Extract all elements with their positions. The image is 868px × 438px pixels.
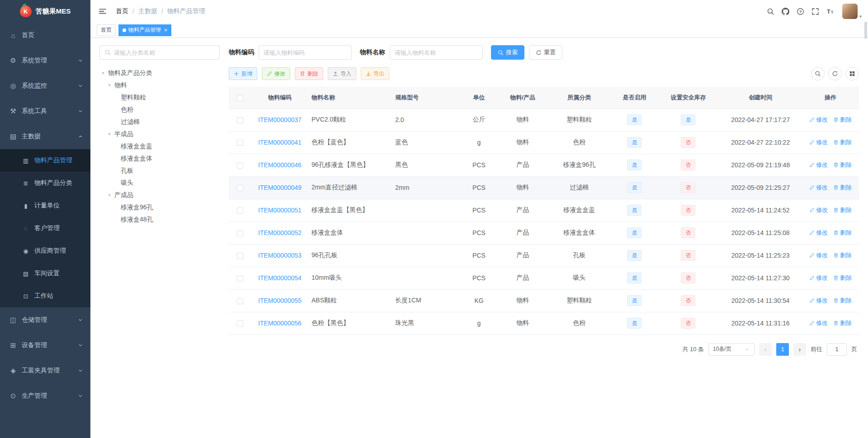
row-checkbox[interactable] xyxy=(237,140,243,146)
import-button[interactable]: 导入 xyxy=(328,67,356,80)
sidebar-item-fixture[interactable]: ◈工装夹具管理 xyxy=(0,358,90,383)
row-edit-link[interactable]: 修改 xyxy=(809,206,828,214)
row-checkbox[interactable] xyxy=(237,162,243,169)
delete-button[interactable]: 删除 xyxy=(295,67,323,80)
close-icon[interactable]: × xyxy=(164,28,167,33)
tree-node[interactable]: 过滤棉 xyxy=(99,116,220,128)
sidebar-item-equipment[interactable]: ⊞设备管理 xyxy=(0,333,90,358)
tree-node[interactable]: ▾物料 xyxy=(99,79,220,91)
row-checkbox[interactable] xyxy=(237,185,243,191)
row-delete-link[interactable]: 删除 xyxy=(833,116,852,124)
sidebar-item-production[interactable]: ⊙生产管理 xyxy=(0,383,90,409)
row-checkbox[interactable] xyxy=(237,298,243,304)
sidebar-item-master[interactable]: ▤主数据 xyxy=(0,124,90,149)
material-name-input[interactable] xyxy=(395,49,478,56)
sidebar-item-warehouse[interactable]: ◫仓储管理 xyxy=(0,307,90,333)
row-delete-link[interactable]: 删除 xyxy=(833,319,852,327)
breadcrumb-item[interactable]: 首页 xyxy=(116,7,128,15)
row-checkbox[interactable] xyxy=(237,253,243,259)
row-delete-link[interactable]: 删除 xyxy=(833,229,852,237)
material-code-input[interactable] xyxy=(264,49,347,56)
category-search-input[interactable] xyxy=(114,49,215,56)
tree-node[interactable]: 塑料颗粒 xyxy=(99,91,220,104)
row-edit-link[interactable]: 修改 xyxy=(809,319,828,327)
next-page-button[interactable]: › xyxy=(793,343,806,356)
row-edit-link[interactable]: 修改 xyxy=(809,251,828,259)
material-code-link[interactable]: ITEM00000051 xyxy=(258,207,302,214)
material-code-link[interactable]: ITEM00000056 xyxy=(258,320,302,327)
reset-button[interactable]: 重置 xyxy=(529,45,562,60)
help-icon[interactable]: ? xyxy=(797,8,804,15)
sidebar-item-system[interactable]: ⚙系统管理 xyxy=(0,48,90,73)
edit-button[interactable]: 修改 xyxy=(262,67,290,80)
row-delete-link[interactable]: 删除 xyxy=(833,161,852,169)
tree-node[interactable]: 移液盒盒盖 xyxy=(99,140,220,152)
breadcrumb-item[interactable]: 主数据 xyxy=(138,7,157,15)
app-logo[interactable]: K 苦糖果MES xyxy=(0,0,90,23)
select-all-checkbox[interactable] xyxy=(237,95,243,101)
page-1-button[interactable]: 1 xyxy=(776,343,789,356)
row-edit-link[interactable]: 修改 xyxy=(809,184,828,192)
search-button[interactable]: 搜索 xyxy=(491,45,524,60)
tree-node[interactable]: 吸头 xyxy=(99,177,220,189)
row-checkbox[interactable] xyxy=(237,207,243,214)
material-code-link[interactable]: ITEM00000052 xyxy=(258,229,302,236)
row-delete-link[interactable]: 删除 xyxy=(833,297,852,305)
sidebar-item-customer[interactable]: ◌客户管理 xyxy=(0,217,90,240)
tree-node[interactable]: 移液盒盒体 xyxy=(99,152,220,165)
material-code-link[interactable]: ITEM00000041 xyxy=(258,139,302,146)
row-delete-link[interactable]: 删除 xyxy=(833,251,852,259)
sidebar-item-tools[interactable]: ⚒系统工具 xyxy=(0,99,90,124)
sidebar-item-material-manage[interactable]: ▥物料产品管理 xyxy=(0,149,90,172)
row-checkbox[interactable] xyxy=(237,230,243,236)
material-code-link[interactable]: ITEM00000053 xyxy=(258,252,302,259)
row-checkbox[interactable] xyxy=(237,117,243,123)
prev-page-button[interactable]: ‹ xyxy=(759,343,772,356)
material-code-link[interactable]: ITEM00000054 xyxy=(258,274,302,282)
font-size-icon[interactable]: TT xyxy=(826,8,834,15)
search-icon[interactable] xyxy=(767,8,774,15)
row-edit-link[interactable]: 修改 xyxy=(809,138,828,146)
sidebar-item-home[interactable]: ⌂首页 xyxy=(0,23,90,48)
user-menu[interactable]: ▾ xyxy=(842,4,862,19)
tree-node[interactable]: ▾产成品 xyxy=(99,189,220,201)
material-code-link[interactable]: ITEM00000037 xyxy=(258,116,302,123)
export-button[interactable]: 导出 xyxy=(361,67,389,80)
github-icon[interactable] xyxy=(782,8,789,15)
row-checkbox[interactable] xyxy=(237,320,243,327)
material-code-link[interactable]: ITEM00000046 xyxy=(258,161,302,169)
sidebar-item-monitor[interactable]: ◎系统监控 xyxy=(0,73,90,99)
row-edit-link[interactable]: 修改 xyxy=(809,274,828,282)
row-delete-link[interactable]: 删除 xyxy=(833,138,852,146)
tree-node[interactable]: ▾半成品 xyxy=(99,128,220,140)
row-edit-link[interactable]: 修改 xyxy=(809,297,828,305)
refresh-icon[interactable] xyxy=(828,67,842,80)
tree-node[interactable]: 色粉 xyxy=(99,104,220,116)
tab-tag-2[interactable]: 物料产品管理× xyxy=(118,24,171,36)
scrollbar-thumb[interactable] xyxy=(864,22,867,39)
row-delete-link[interactable]: 删除 xyxy=(833,206,852,214)
sidebar-item-workshop[interactable]: ▧车间设置 xyxy=(0,262,90,285)
add-button[interactable]: 新增 xyxy=(229,67,257,80)
sidebar-item-workstation[interactable]: ⊡工作站 xyxy=(0,285,90,307)
tree-node[interactable]: ▾物料及产品分类 xyxy=(99,67,220,79)
sidebar-item-material-category[interactable]: ≣物料产品分类 xyxy=(0,172,90,194)
row-edit-link[interactable]: 修改 xyxy=(809,161,828,169)
material-code-link[interactable]: ITEM00000049 xyxy=(258,184,302,191)
row-edit-link[interactable]: 修改 xyxy=(809,116,828,124)
hamburger-icon[interactable] xyxy=(97,7,108,15)
goto-page-input[interactable] xyxy=(827,343,847,356)
sidebar-item-measure-unit[interactable]: ▮计量单位 xyxy=(0,194,90,217)
columns-icon[interactable] xyxy=(845,67,859,80)
page-size-select[interactable]: 10条/页 xyxy=(708,343,755,356)
tab-tag-1[interactable]: 首页 xyxy=(97,24,116,36)
avatar[interactable] xyxy=(842,4,858,19)
sidebar-item-supplier[interactable]: ◉供应商管理 xyxy=(0,240,90,262)
row-delete-link[interactable]: 删除 xyxy=(833,184,852,192)
tree-node[interactable]: 孔板 xyxy=(99,165,220,177)
row-checkbox[interactable] xyxy=(237,275,243,282)
fullscreen-icon[interactable] xyxy=(811,8,819,15)
tree-node[interactable]: 移液盒48孔 xyxy=(99,213,220,226)
search-toggle-icon[interactable] xyxy=(811,67,825,80)
tree-node[interactable]: 移液盒96孔 xyxy=(99,201,220,213)
